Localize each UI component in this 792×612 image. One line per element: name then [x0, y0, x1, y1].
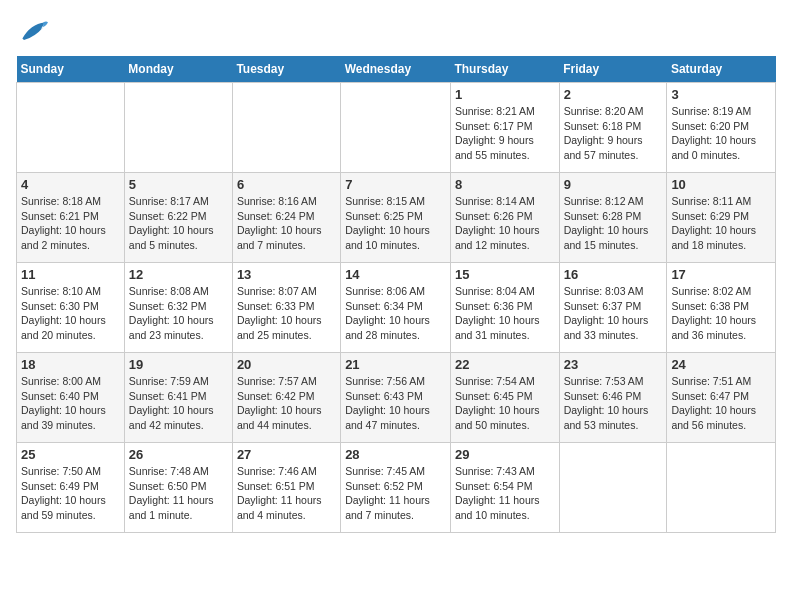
day-number: 12: [129, 267, 228, 282]
logo: [16, 16, 52, 48]
day-info: Sunrise: 7:45 AMSunset: 6:52 PMDaylight:…: [345, 464, 446, 523]
day-info: Sunrise: 8:00 AMSunset: 6:40 PMDaylight:…: [21, 374, 120, 433]
day-info: Sunrise: 7:56 AMSunset: 6:43 PMDaylight:…: [345, 374, 446, 433]
calendar-table: SundayMondayTuesdayWednesdayThursdayFrid…: [16, 56, 776, 533]
day-info: Sunrise: 8:11 AMSunset: 6:29 PMDaylight:…: [671, 194, 771, 253]
day-number: 14: [345, 267, 446, 282]
day-info: Sunrise: 8:07 AMSunset: 6:33 PMDaylight:…: [237, 284, 336, 343]
calendar-cell: 8Sunrise: 8:14 AMSunset: 6:26 PMDaylight…: [450, 173, 559, 263]
day-info: Sunrise: 7:48 AMSunset: 6:50 PMDaylight:…: [129, 464, 228, 523]
day-info: Sunrise: 8:02 AMSunset: 6:38 PMDaylight:…: [671, 284, 771, 343]
day-info: Sunrise: 8:21 AMSunset: 6:17 PMDaylight:…: [455, 104, 555, 163]
day-number: 27: [237, 447, 336, 462]
day-number: 22: [455, 357, 555, 372]
day-number: 3: [671, 87, 771, 102]
calendar-cell: [559, 443, 667, 533]
day-number: 6: [237, 177, 336, 192]
day-info: Sunrise: 7:50 AMSunset: 6:49 PMDaylight:…: [21, 464, 120, 523]
calendar-cell: 13Sunrise: 8:07 AMSunset: 6:33 PMDayligh…: [232, 263, 340, 353]
day-number: 26: [129, 447, 228, 462]
calendar-cell: 17Sunrise: 8:02 AMSunset: 6:38 PMDayligh…: [667, 263, 776, 353]
calendar-cell: 24Sunrise: 7:51 AMSunset: 6:47 PMDayligh…: [667, 353, 776, 443]
calendar-cell: [17, 83, 125, 173]
calendar-cell: [124, 83, 232, 173]
day-number: 7: [345, 177, 446, 192]
day-info: Sunrise: 7:46 AMSunset: 6:51 PMDaylight:…: [237, 464, 336, 523]
week-row-5: 25Sunrise: 7:50 AMSunset: 6:49 PMDayligh…: [17, 443, 776, 533]
day-number: 13: [237, 267, 336, 282]
day-number: 10: [671, 177, 771, 192]
calendar-cell: 29Sunrise: 7:43 AMSunset: 6:54 PMDayligh…: [450, 443, 559, 533]
week-row-4: 18Sunrise: 8:00 AMSunset: 6:40 PMDayligh…: [17, 353, 776, 443]
calendar-cell: 7Sunrise: 8:15 AMSunset: 6:25 PMDaylight…: [341, 173, 451, 263]
day-info: Sunrise: 7:59 AMSunset: 6:41 PMDaylight:…: [129, 374, 228, 433]
weekday-thursday: Thursday: [450, 56, 559, 83]
day-number: 25: [21, 447, 120, 462]
calendar-cell: 1Sunrise: 8:21 AMSunset: 6:17 PMDaylight…: [450, 83, 559, 173]
page-header: [16, 16, 776, 48]
day-info: Sunrise: 8:19 AMSunset: 6:20 PMDaylight:…: [671, 104, 771, 163]
day-number: 15: [455, 267, 555, 282]
calendar-cell: 2Sunrise: 8:20 AMSunset: 6:18 PMDaylight…: [559, 83, 667, 173]
day-number: 28: [345, 447, 446, 462]
calendar-cell: 26Sunrise: 7:48 AMSunset: 6:50 PMDayligh…: [124, 443, 232, 533]
day-number: 4: [21, 177, 120, 192]
calendar-cell: 18Sunrise: 8:00 AMSunset: 6:40 PMDayligh…: [17, 353, 125, 443]
day-info: Sunrise: 8:12 AMSunset: 6:28 PMDaylight:…: [564, 194, 663, 253]
day-number: 24: [671, 357, 771, 372]
day-info: Sunrise: 8:03 AMSunset: 6:37 PMDaylight:…: [564, 284, 663, 343]
weekday-wednesday: Wednesday: [341, 56, 451, 83]
calendar-cell: 25Sunrise: 7:50 AMSunset: 6:49 PMDayligh…: [17, 443, 125, 533]
week-row-1: 1Sunrise: 8:21 AMSunset: 6:17 PMDaylight…: [17, 83, 776, 173]
day-number: 20: [237, 357, 336, 372]
day-info: Sunrise: 7:57 AMSunset: 6:42 PMDaylight:…: [237, 374, 336, 433]
day-info: Sunrise: 8:04 AMSunset: 6:36 PMDaylight:…: [455, 284, 555, 343]
day-number: 9: [564, 177, 663, 192]
calendar-cell: 20Sunrise: 7:57 AMSunset: 6:42 PMDayligh…: [232, 353, 340, 443]
day-info: Sunrise: 7:51 AMSunset: 6:47 PMDaylight:…: [671, 374, 771, 433]
calendar-cell: 4Sunrise: 8:18 AMSunset: 6:21 PMDaylight…: [17, 173, 125, 263]
calendar-cell: 6Sunrise: 8:16 AMSunset: 6:24 PMDaylight…: [232, 173, 340, 263]
calendar-header: SundayMondayTuesdayWednesdayThursdayFrid…: [17, 56, 776, 83]
weekday-friday: Friday: [559, 56, 667, 83]
day-info: Sunrise: 8:15 AMSunset: 6:25 PMDaylight:…: [345, 194, 446, 253]
calendar-cell: 22Sunrise: 7:54 AMSunset: 6:45 PMDayligh…: [450, 353, 559, 443]
calendar-cell: 14Sunrise: 8:06 AMSunset: 6:34 PMDayligh…: [341, 263, 451, 353]
day-number: 5: [129, 177, 228, 192]
calendar-cell: 5Sunrise: 8:17 AMSunset: 6:22 PMDaylight…: [124, 173, 232, 263]
day-number: 23: [564, 357, 663, 372]
day-info: Sunrise: 7:53 AMSunset: 6:46 PMDaylight:…: [564, 374, 663, 433]
day-info: Sunrise: 8:14 AMSunset: 6:26 PMDaylight:…: [455, 194, 555, 253]
weekday-monday: Monday: [124, 56, 232, 83]
day-number: 29: [455, 447, 555, 462]
day-number: 18: [21, 357, 120, 372]
day-info: Sunrise: 8:17 AMSunset: 6:22 PMDaylight:…: [129, 194, 228, 253]
day-number: 2: [564, 87, 663, 102]
weekday-tuesday: Tuesday: [232, 56, 340, 83]
week-row-2: 4Sunrise: 8:18 AMSunset: 6:21 PMDaylight…: [17, 173, 776, 263]
day-number: 21: [345, 357, 446, 372]
calendar-cell: 10Sunrise: 8:11 AMSunset: 6:29 PMDayligh…: [667, 173, 776, 263]
day-info: Sunrise: 8:10 AMSunset: 6:30 PMDaylight:…: [21, 284, 120, 343]
day-number: 8: [455, 177, 555, 192]
weekday-saturday: Saturday: [667, 56, 776, 83]
calendar-cell: 9Sunrise: 8:12 AMSunset: 6:28 PMDaylight…: [559, 173, 667, 263]
day-number: 11: [21, 267, 120, 282]
day-info: Sunrise: 8:18 AMSunset: 6:21 PMDaylight:…: [21, 194, 120, 253]
day-number: 19: [129, 357, 228, 372]
day-number: 1: [455, 87, 555, 102]
calendar-cell: [667, 443, 776, 533]
calendar-cell: 28Sunrise: 7:45 AMSunset: 6:52 PMDayligh…: [341, 443, 451, 533]
day-number: 16: [564, 267, 663, 282]
calendar-cell: 11Sunrise: 8:10 AMSunset: 6:30 PMDayligh…: [17, 263, 125, 353]
calendar-cell: 12Sunrise: 8:08 AMSunset: 6:32 PMDayligh…: [124, 263, 232, 353]
calendar-body: 1Sunrise: 8:21 AMSunset: 6:17 PMDaylight…: [17, 83, 776, 533]
day-info: Sunrise: 7:43 AMSunset: 6:54 PMDaylight:…: [455, 464, 555, 523]
calendar-cell: 23Sunrise: 7:53 AMSunset: 6:46 PMDayligh…: [559, 353, 667, 443]
week-row-3: 11Sunrise: 8:10 AMSunset: 6:30 PMDayligh…: [17, 263, 776, 353]
logo-icon: [16, 16, 48, 48]
calendar-cell: 15Sunrise: 8:04 AMSunset: 6:36 PMDayligh…: [450, 263, 559, 353]
calendar-cell: 27Sunrise: 7:46 AMSunset: 6:51 PMDayligh…: [232, 443, 340, 533]
day-info: Sunrise: 8:16 AMSunset: 6:24 PMDaylight:…: [237, 194, 336, 253]
calendar-cell: 16Sunrise: 8:03 AMSunset: 6:37 PMDayligh…: [559, 263, 667, 353]
